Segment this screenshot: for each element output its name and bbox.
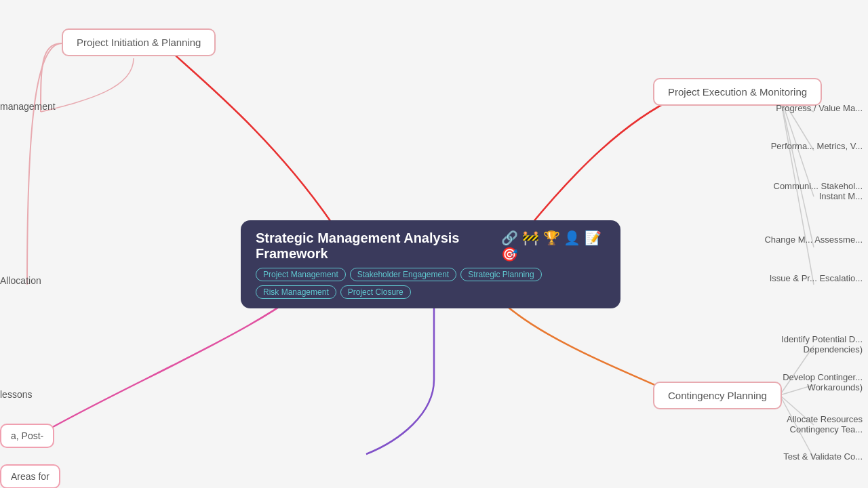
center-title: Strategic Management Analysis Framework … [256,230,606,262]
execution-label: Project Execution & Monitoring [668,86,807,98]
node-bottom-left-1: a, Post- [0,424,54,448]
node-right-issue: Issue & Pr... Escalatio... [770,273,868,283]
node-left-allocation: Allocation [0,274,41,287]
test-label: Test & Validate Co... [783,451,863,462]
lessons-label: lessons [0,389,32,400]
center-title-text: Strategic Management Analysis Framework [256,230,497,262]
tag-strategic-planning[interactable]: Strategic Planning [460,268,541,281]
initiation-label: Project Initiation & Planning [77,37,201,48]
node-left-management: management [0,100,56,113]
bottom-left-2-label: Areas for [11,471,50,482]
node-initiation[interactable]: Project Initiation & Planning [62,28,216,56]
node-right-performance: Performa... Metrics, V... [771,141,868,151]
tag-stakeholder-engagement[interactable]: Stakeholder Engagement [350,268,456,281]
contingency-label: Contingency Planning [668,390,767,401]
tag-project-closure[interactable]: Project Closure [340,285,411,299]
develop-label: Develop Continger... Workarounds) [783,372,863,392]
node-right-identify: Identify Potential D... Dependencies) [760,334,868,354]
identify-label: Identify Potential D... Dependencies) [781,334,863,354]
center-icons: 🔗 🚧 🏆 👤 📝 🎯 [501,230,606,262]
tag-project-management[interactable]: Project Management [256,268,346,281]
issue-label: Issue & Pr... Escalatio... [770,273,863,283]
progress-label: Progress / Value Ma... [776,103,863,113]
node-execution[interactable]: Project Execution & Monitoring [653,78,822,106]
node-bottom-left-2: Areas for [0,464,60,488]
node-right-change: Change M... Assessme... [764,235,868,245]
center-tags: Project Management Stakeholder Engagemen… [256,268,606,299]
management-label: management [0,101,56,112]
center-node[interactable]: Strategic Management Analysis Framework … [241,220,620,308]
allocation-label: Allocation [0,275,41,286]
node-left-lessons: lessons [0,388,32,401]
node-right-develop: Develop Continger... Workarounds) [760,372,868,392]
performance-label: Performa... Metrics, V... [771,141,863,151]
node-right-progress: Progress / Value Ma... [776,103,868,113]
svg-line-4 [780,95,814,247]
node-right-allocate: Allocate Resources Contingency Tea... [760,414,868,434]
tag-risk-management[interactable]: Risk Management [256,285,336,299]
node-right-community: Communi... Stakehol... Instant M... [760,181,868,201]
allocate-label: Allocate Resources Contingency Tea... [787,414,863,434]
change-label: Change M... Assessme... [764,235,863,245]
node-right-test: Test & Validate Co... [783,451,868,462]
community-label: Communi... Stakehol... Instant M... [774,181,863,201]
bottom-left-1-label: a, Post- [11,430,43,441]
